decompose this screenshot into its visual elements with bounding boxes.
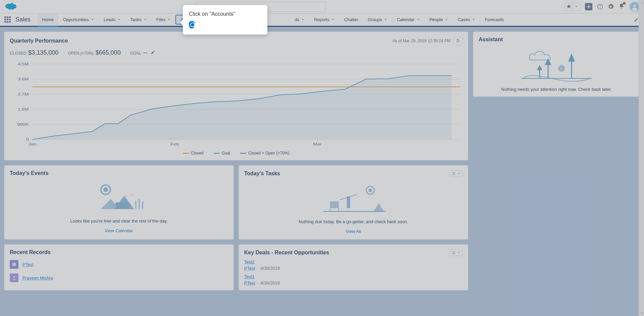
nav-item-calendar[interactable]: Calendar <box>392 13 425 26</box>
svg-text:Feb: Feb <box>171 142 179 146</box>
svg-text:900K: 900K <box>17 122 29 127</box>
record-link[interactable]: PTest <box>22 262 34 267</box>
assistant-empty-text: Nothing needs your attention right now. … <box>479 87 634 92</box>
page-scrollbar[interactable] <box>639 0 644 316</box>
edit-goal-button[interactable] <box>151 50 155 55</box>
nav-item-label: Chatter <box>344 17 359 22</box>
svg-text:4.5M: 4.5M <box>18 62 29 66</box>
add-icon[interactable] <box>585 3 592 10</box>
nav-item-files[interactable]: Files <box>152 13 175 26</box>
notification-button[interactable] <box>619 3 625 10</box>
nav-item-label: Calendar <box>397 17 415 22</box>
svg-point-3 <box>633 4 636 7</box>
svg-text:Mar: Mar <box>313 142 322 146</box>
settings-icon <box>452 172 457 176</box>
contact-icon <box>10 273 18 282</box>
app-name: Sales <box>12 13 37 26</box>
goal-label: GOAL <box>130 51 141 56</box>
svg-rect-43 <box>13 263 14 264</box>
recent-title: Recent Records <box>10 249 228 255</box>
svg-text:2.7M: 2.7M <box>18 92 29 97</box>
nav-item-label: Files <box>156 17 165 22</box>
svg-marker-51 <box>537 65 542 70</box>
refresh-icon <box>455 39 460 43</box>
nav-item-chatter[interactable]: Chatter <box>339 13 363 26</box>
nav-item-groups[interactable]: Groups <box>363 13 392 26</box>
goal-value: -- <box>143 49 147 56</box>
deal-date: 4/30/2019 <box>260 280 280 286</box>
svg-text:z: z <box>561 67 562 70</box>
nav-item-tasks[interactable]: Tasks <box>125 13 151 26</box>
deal-account-link[interactable]: PTest <box>244 266 255 271</box>
quarterly-performance-card: Quarterly Performance As of Mar 28, 2019… <box>4 31 468 161</box>
deal-name-link[interactable]: Test1 <box>244 274 255 279</box>
nav-item-home[interactable]: Home <box>37 13 58 27</box>
refresh-button[interactable] <box>453 37 463 45</box>
chevron-down-icon <box>472 18 475 21</box>
closed-value: $3,135,000 <box>28 49 58 56</box>
app-launcher[interactable] <box>3 13 12 26</box>
deals-filter-button[interactable] <box>449 249 463 256</box>
svg-text:3.6M: 3.6M <box>18 77 29 81</box>
recent-records-card: Recent Records PTestPraveen Mishra <box>4 244 234 291</box>
global-header: ? <box>0 0 644 13</box>
scroll-down-button[interactable] <box>639 311 644 316</box>
scroll-up-button[interactable] <box>639 0 644 5</box>
tour-tooltip-icon <box>189 21 195 28</box>
deals-title: Key Deals - Recent Opportunities <box>244 250 329 256</box>
nav-item-label: Tasks <box>130 17 141 22</box>
nav-item-label: Opportunities <box>63 17 89 22</box>
chevron-down-icon <box>445 18 448 21</box>
svg-marker-49 <box>545 58 551 65</box>
todays-events-card: Today's Events Looks like you're free an… <box>4 165 234 240</box>
svg-rect-45 <box>13 265 14 265</box>
deal-date: 4/30/2019 <box>260 266 280 271</box>
svg-text:1.8M: 1.8M <box>18 107 29 112</box>
svg-marker-53 <box>568 53 575 62</box>
gear-icon[interactable] <box>608 4 614 10</box>
assistant-card: Assistant z Nothing needs your attention… <box>473 31 640 97</box>
view-calendar-link[interactable]: View Calendar <box>10 225 228 234</box>
nav-item-opportunities[interactable]: Opportunities <box>58 13 99 26</box>
svg-text:0: 0 <box>26 137 29 142</box>
settings-icon <box>452 251 457 255</box>
legend-closed: Closed <box>191 151 203 155</box>
chevron-down-icon <box>301 18 305 21</box>
deal-row: Test2PTest·4/30/2019 <box>244 259 463 271</box>
nav-item-label: ds <box>295 17 300 22</box>
chevron-down-icon <box>458 172 460 175</box>
nav-item-ds[interactable]: ds <box>290 13 310 26</box>
favorites-button[interactable] <box>565 3 580 11</box>
nav-item-cases[interactable]: Cases <box>453 13 480 26</box>
closed-label: CLOSED <box>10 51 26 56</box>
nav-item-reports[interactable]: Reports <box>309 13 339 26</box>
deal-account-link[interactable]: PTest <box>244 280 255 286</box>
view-all-tasks-link[interactable]: View All <box>244 226 463 235</box>
help-icon[interactable]: ? <box>597 4 603 10</box>
nav-item-forecasts[interactable]: Forecasts <box>480 13 508 26</box>
tasks-title: Today's Tasks <box>244 171 280 177</box>
nav-item-label: Home <box>42 17 54 22</box>
nav-item-leads[interactable]: Leads <box>99 13 125 26</box>
assistant-illustration: z <box>479 47 634 83</box>
chevron-down-icon <box>144 18 147 21</box>
record-link[interactable]: Praveen Mishra <box>22 275 53 280</box>
nav-item-label: People <box>429 17 443 22</box>
chevron-down-icon <box>458 251 460 254</box>
as-of-timestamp: As of Mar 28, 2019 12:39:24 PM <box>392 39 450 43</box>
chart-legend: Closed Goal Closed + Open (>70%) <box>10 151 463 155</box>
svg-rect-46 <box>14 265 15 265</box>
deal-name-link[interactable]: Test2 <box>244 259 255 264</box>
nav-item-people[interactable]: People <box>425 13 453 26</box>
chevron-down-icon <box>91 18 94 21</box>
account-icon <box>10 260 18 269</box>
performance-chart: 0900K1.8M2.7M3.6M4.5MJanFebMar <box>10 62 463 149</box>
tasks-filter-button[interactable] <box>449 170 463 177</box>
nav-item-label: Forecasts <box>485 17 504 22</box>
svg-rect-37 <box>330 201 339 208</box>
tasks-empty-text: Nothing due today. Be a go-getter, and c… <box>244 219 463 224</box>
tour-tooltip: Click on "Accounts" <box>183 5 267 35</box>
chevron-down-icon <box>575 4 578 10</box>
salesforce-logo <box>4 2 17 11</box>
svg-text:Jan: Jan <box>29 142 37 146</box>
